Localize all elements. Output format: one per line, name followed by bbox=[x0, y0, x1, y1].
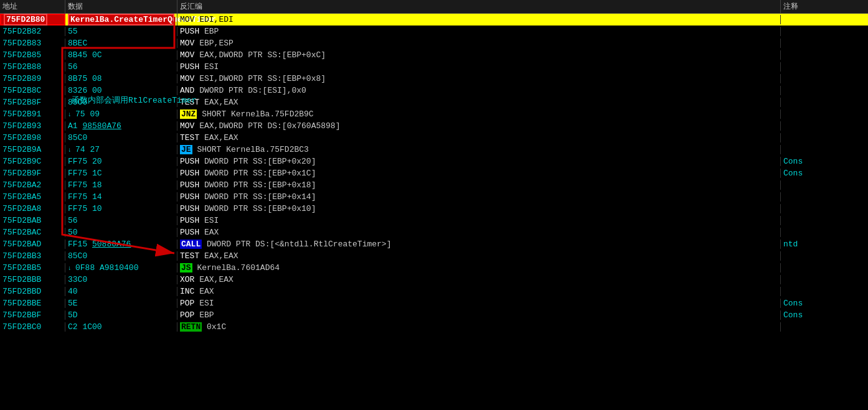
table-row[interactable]: 75FD2BB5↓ 0F88 A9810400JS KernelBa.7601A… bbox=[0, 262, 868, 274]
cell-disasm: JE SHORT KernelBa.75FD2BC3 bbox=[177, 145, 781, 154]
cell-disasm: POP EBP bbox=[177, 310, 781, 320]
cell-bytes: 33C0 bbox=[65, 275, 177, 284]
table-row[interactable]: 75FD2BBB33C0XOR EAX,EAX bbox=[0, 274, 868, 286]
cell-address: 75FD2BAB bbox=[0, 216, 65, 225]
table-row[interactable]: 75FD2B80KernelBa.CreateTimerQueueTimerMO… bbox=[0, 14, 868, 26]
table-row[interactable]: 75FD2B838BECMOV EBP,ESP bbox=[0, 37, 868, 49]
cell-address: 75FD2BBF bbox=[0, 310, 65, 320]
debugger-window: 地址 数据 反汇编 注释 函数内部会调用RtlCreateTimer 75FD2… bbox=[0, 0, 868, 410]
cell-address: 75FD2B8C bbox=[0, 86, 65, 95]
cell-disasm: PUSH EBP bbox=[177, 27, 781, 36]
cell-address: 75FD2BC0 bbox=[0, 322, 65, 332]
table-header: 地址 数据 反汇编 注释 bbox=[0, 0, 868, 14]
cell-disasm: PUSH EAX bbox=[177, 228, 781, 237]
cell-address: 75FD2B89 bbox=[0, 74, 65, 83]
cell-disasm: JNZ SHORT KernelBa.75FD2B9C bbox=[177, 109, 781, 119]
cell-address: 75FD2BB5 bbox=[0, 263, 65, 273]
cell-bytes: 56 bbox=[65, 216, 177, 225]
cell-address: 75FD2B85 bbox=[0, 50, 65, 60]
cell-bytes: 56 bbox=[65, 62, 177, 72]
cell-address: 75FD2B91 bbox=[0, 109, 65, 119]
cell-disasm: MOV EDI,EDI bbox=[177, 15, 781, 24]
cell-address: 75FD2B82 bbox=[0, 27, 65, 36]
table-row[interactable]: 75FD2BB385C0TEST EAX,EAX bbox=[0, 250, 868, 262]
cell-bytes: C2 1C00 bbox=[65, 322, 177, 332]
cell-disasm: JS KernelBa.7601AD64 bbox=[177, 263, 781, 273]
table-row[interactable]: 75FD2B8C8326 00AND DWORD PTR DS:[ESI],0x… bbox=[0, 85, 868, 96]
cell-address: 75FD2B80 bbox=[0, 14, 65, 26]
cell-disasm: PUSH DWORD PTR SS:[EBP+0x10] bbox=[177, 204, 781, 213]
cell-address: 75FD2B9C bbox=[0, 157, 65, 166]
cell-comment: Cons bbox=[781, 310, 868, 320]
cell-bytes: 8326 00 bbox=[65, 86, 177, 95]
cell-bytes: 40 bbox=[65, 287, 177, 296]
cell-comment: Cons bbox=[781, 157, 868, 166]
cell-bytes: 85C0 bbox=[65, 133, 177, 142]
cell-bytes: FF75 18 bbox=[65, 180, 177, 190]
cell-address: 75FD2BAD bbox=[0, 240, 65, 249]
cell-address: 75FD2BA8 bbox=[0, 204, 65, 213]
header-addr: 地址 bbox=[0, 0, 65, 13]
header-comment: 注释 bbox=[781, 0, 868, 13]
table-row[interactable]: 75FD2B9CFF75 20PUSH DWORD PTR SS:[EBP+0x… bbox=[0, 156, 868, 167]
cell-bytes: ↓ 0F88 A9810400 bbox=[65, 263, 177, 273]
cell-disasm: PUSH ESI bbox=[177, 216, 781, 225]
table-row[interactable]: 75FD2B8255PUSH EBP bbox=[0, 26, 868, 37]
table-row[interactable]: 75FD2B9885C0TEST EAX,EAX bbox=[0, 132, 868, 144]
table-row[interactable]: 75FD2B91↓ 75 09JNZ SHORT KernelBa.75FD2B… bbox=[0, 108, 868, 120]
cell-address: 75FD2B83 bbox=[0, 39, 65, 48]
cell-disasm: INC EAX bbox=[177, 287, 781, 296]
header-disasm: 反汇编 bbox=[177, 0, 781, 13]
table-row[interactable]: 75FD2BBE5EPOP ESICons bbox=[0, 297, 868, 309]
cell-bytes: 8B75 08 bbox=[65, 74, 177, 83]
table-row[interactable]: 75FD2BADFF15 50880A76CALL DWORD PTR DS:[… bbox=[0, 238, 868, 250]
table-row[interactable]: 75FD2B9A↓ 74 27JE SHORT KernelBa.75FD2BC… bbox=[0, 144, 868, 156]
table-row[interactable]: 75FD2BBF5DPOP EBPCons bbox=[0, 309, 868, 321]
cell-comment: Cons bbox=[781, 299, 868, 308]
cell-address: 75FD2BBE bbox=[0, 299, 65, 308]
table-row[interactable]: 75FD2B93A1 98580A76MOV EAX,DWORD PTR DS:… bbox=[0, 120, 868, 132]
cell-bytes: ↓ 74 27 bbox=[65, 145, 177, 154]
cell-bytes: 85C0 bbox=[65, 98, 177, 107]
cell-comment: ntd bbox=[781, 240, 868, 249]
cell-disasm: PUSH DWORD PTR SS:[EBP+0x18] bbox=[177, 180, 781, 190]
table-row[interactable]: 75FD2B898B75 08MOV ESI,DWORD PTR SS:[EBP… bbox=[0, 73, 868, 85]
table-row[interactable]: 75FD2BC0C2 1C00RETN 0x1C bbox=[0, 321, 868, 333]
table-row[interactable]: 75FD2BAC50PUSH EAX bbox=[0, 226, 868, 238]
header-bytes: 数据 bbox=[65, 0, 177, 13]
cell-comment: Cons bbox=[781, 169, 868, 178]
cell-bytes: 5E bbox=[65, 299, 177, 308]
cell-disasm: MOV EBP,ESP bbox=[177, 39, 781, 48]
table-row[interactable]: 75FD2B9FFF75 1CPUSH DWORD PTR SS:[EBP+0x… bbox=[0, 167, 868, 179]
cell-bytes: KernelBa.CreateTimerQueueTimer bbox=[65, 14, 177, 26]
cell-bytes: FF15 50880A76 bbox=[65, 240, 177, 249]
cell-address: 75FD2BAC bbox=[0, 228, 65, 237]
cell-address: 75FD2BBD bbox=[0, 287, 65, 296]
table-row[interactable]: 75FD2BAB56PUSH ESI bbox=[0, 215, 868, 226]
cell-bytes: 50 bbox=[65, 228, 177, 237]
cell-disasm: MOV EAX,DWORD PTR DS:[0x760A5898] bbox=[177, 121, 781, 131]
cell-disasm: AND DWORD PTR DS:[ESI],0x0 bbox=[177, 86, 781, 95]
table-row[interactable]: 75FD2B8F85C0TEST EAX,EAX bbox=[0, 96, 868, 108]
table-row[interactable]: 75FD2BBD40INC EAX bbox=[0, 286, 868, 297]
cell-disasm: MOV EAX,DWORD PTR SS:[EBP+0xC] bbox=[177, 50, 781, 60]
cell-disasm: POP ESI bbox=[177, 299, 781, 308]
table-row[interactable]: 75FD2BA5FF75 14PUSH DWORD PTR SS:[EBP+0x… bbox=[0, 191, 868, 203]
cell-disasm: RETN 0x1C bbox=[177, 322, 781, 332]
cell-disasm: CALL DWORD PTR DS:[<&ntdll.RtlCreateTime… bbox=[177, 240, 781, 249]
cell-address: 75FD2B9F bbox=[0, 169, 65, 178]
cell-bytes: 8B45 0C bbox=[65, 50, 177, 60]
cell-disasm: TEST EAX,EAX bbox=[177, 98, 781, 107]
cell-bytes: ↓ 75 09 bbox=[65, 109, 177, 119]
cell-disasm: PUSH DWORD PTR SS:[EBP+0x1C] bbox=[177, 169, 781, 178]
cell-disasm: TEST EAX,EAX bbox=[177, 133, 781, 142]
cell-disasm: PUSH DWORD PTR SS:[EBP+0x20] bbox=[177, 157, 781, 166]
table-row[interactable]: 75FD2B8856PUSH ESI bbox=[0, 61, 868, 73]
cell-disasm: XOR EAX,EAX bbox=[177, 275, 781, 284]
table-row[interactable]: 75FD2BA2FF75 18PUSH DWORD PTR SS:[EBP+0x… bbox=[0, 179, 868, 191]
table-row[interactable]: 75FD2B858B45 0CMOV EAX,DWORD PTR SS:[EBP… bbox=[0, 49, 868, 61]
cell-bytes: 5D bbox=[65, 310, 177, 320]
cell-disasm: PUSH ESI bbox=[177, 62, 781, 72]
table-row[interactable]: 75FD2BA8FF75 10PUSH DWORD PTR SS:[EBP+0x… bbox=[0, 203, 868, 215]
cell-bytes: FF75 1C bbox=[65, 169, 177, 178]
